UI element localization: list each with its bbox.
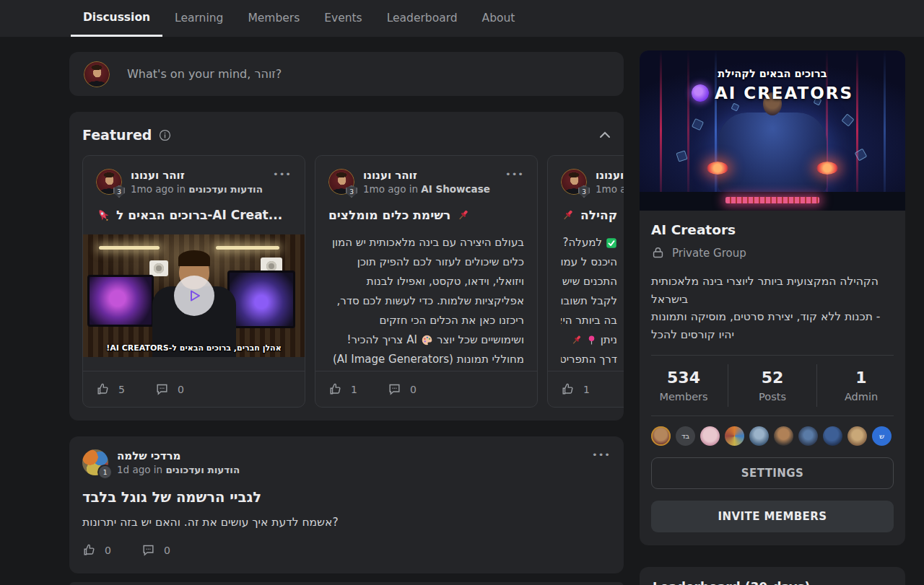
presenter-hair xyxy=(178,250,210,266)
like-count: 0 xyxy=(105,545,111,556)
member-avatar[interactable] xyxy=(700,426,720,446)
post-body: אשמח לדעת איך עושים את זה. והאם יש בזה י… xyxy=(82,516,611,529)
like-button[interactable]: 5 xyxy=(96,382,125,396)
stat-members: 534 Members xyxy=(640,364,728,407)
tab-learning[interactable]: Learning xyxy=(162,0,235,37)
tab-discussion[interactable]: Discussion xyxy=(71,0,162,37)
featured-cards-row: 3 זוהר וענונו 1mo ago in הודעות ועדכונים… xyxy=(82,155,624,408)
cover-group-name: AI CREATORS xyxy=(715,84,853,102)
group-card: ברוכים הבאים לקהילת AI CREATORS AI Creat… xyxy=(640,50,905,545)
pushpin-emoji xyxy=(570,334,583,346)
member-avatar[interactable] xyxy=(798,426,818,446)
video-caption: אהלן חברים, ברוכים הבאים ל-AI CREATORS! xyxy=(83,343,305,353)
author-avatar: 3 xyxy=(328,169,354,195)
post-body: בעולם היצירה עם בינה מלאכותית יש המון כל… xyxy=(328,233,524,369)
video-thumbnail[interactable]: אהלן חברים, ברוכים הבאים ל-AI CREATORS! xyxy=(83,234,305,357)
group-name: AI Creators xyxy=(651,222,894,237)
post-meta: 1d ago in הודעות ועדכונים xyxy=(117,463,240,476)
like-button[interactable]: 1 xyxy=(561,382,590,396)
member-avatar[interactable] xyxy=(749,426,769,446)
led-light xyxy=(216,246,279,250)
comment-button[interactable]: 0 xyxy=(155,382,184,396)
category-link: הודעות ועדכונים xyxy=(188,183,263,195)
tab-about[interactable]: About xyxy=(470,0,528,37)
featured-card-welcome[interactable]: 3 זוהר וענונו 1mo ago in הודעות ועדכונים… xyxy=(82,155,305,408)
author-name: מרדכי שלמה xyxy=(117,449,240,463)
info-icon[interactable] xyxy=(159,129,171,141)
tab-events[interactable]: Events xyxy=(312,0,374,37)
level-badge: 1 xyxy=(99,466,111,478)
check-box-emoji xyxy=(606,237,617,249)
author-name: זוהר וענונו xyxy=(363,169,490,182)
cover-welcome-text: ברוכים הבאים לקהילת xyxy=(640,68,905,79)
member-avatars-row: בד ש xyxy=(640,416,905,446)
featured-card-tools[interactable]: 3 זוהר וענונו 1mo ago in AI Showcase רשי… xyxy=(315,155,538,408)
chevron-up-icon[interactable] xyxy=(599,131,611,138)
invite-members-button[interactable]: INVITE MEMBERS xyxy=(651,501,894,532)
member-avatar[interactable] xyxy=(774,426,793,446)
more-options-icon[interactable] xyxy=(505,169,524,180)
like-count: 1 xyxy=(351,384,357,395)
like-button[interactable]: 0 xyxy=(82,543,111,557)
post-body: למעלה? היכנס ל עמוד התכנים שיש לקבל תשוב… xyxy=(561,233,617,369)
post-meta: 1mo ago in xyxy=(596,182,624,195)
category-link: הודעות ועדכונים xyxy=(165,464,240,475)
comment-button[interactable]: 0 xyxy=(388,382,417,396)
level-badge: 3 xyxy=(113,185,125,198)
author-avatar: 1 xyxy=(82,449,108,475)
post-title: קהילה xyxy=(580,208,617,222)
tab-members[interactable]: Members xyxy=(235,0,312,37)
comment-count: 0 xyxy=(164,545,170,556)
member-avatar[interactable] xyxy=(847,426,867,446)
next-post-card-edge xyxy=(69,582,624,585)
more-options-icon[interactable] xyxy=(592,449,611,460)
play-button[interactable] xyxy=(174,276,214,316)
lock-icon xyxy=(651,246,665,260)
featured-section: Featured 3 זוהר וענונו 1mo ago in הודעות… xyxy=(69,112,624,421)
like-button[interactable]: 1 xyxy=(328,382,357,396)
glowing-keyboard xyxy=(725,197,819,203)
tab-leaderboard[interactable]: Leaderboard xyxy=(375,0,470,37)
post-title: רשימת כלים מומלצים xyxy=(328,208,450,222)
author-avatar: 3 xyxy=(561,169,587,195)
like-count: 5 xyxy=(118,384,125,395)
post-meta: 1mo ago in AI Showcase xyxy=(363,182,490,195)
round-pushpin-emoji xyxy=(586,335,597,346)
group-cover-image: ברוכים הבאים לקהילת AI CREATORS xyxy=(640,50,905,211)
like-count: 1 xyxy=(583,384,590,395)
monitor-screen xyxy=(227,270,295,328)
member-avatar[interactable] xyxy=(725,426,744,446)
featured-card-community[interactable]: 3 זוהר וענונו 1mo ago in קהילה למעלה? xyxy=(547,155,624,408)
brain-logo-icon xyxy=(692,84,709,102)
author-avatar: 3 xyxy=(96,169,122,195)
stat-admins: 1 Admin xyxy=(816,364,905,407)
group-stats: 534 Members 52 Posts 1 Admin xyxy=(640,356,905,415)
current-user-avatar xyxy=(84,61,110,87)
speaker xyxy=(149,260,168,276)
comment-button[interactable]: 0 xyxy=(141,543,170,557)
more-options-icon[interactable] xyxy=(273,169,292,180)
member-avatar[interactable]: בד xyxy=(676,426,695,446)
member-avatar[interactable] xyxy=(651,426,671,446)
post-title: ברוכים הבאים ל-AI Creat... xyxy=(116,208,282,222)
main-column: What's on your mind, זוהר? Featured 3 זו… xyxy=(69,52,624,585)
comment-count: 0 xyxy=(178,384,184,395)
level-badge: 3 xyxy=(578,185,590,198)
leaderboard-card: Leaderboard (30-days) xyxy=(640,567,905,585)
post-title: לגביי הרשמה של גוגל בלבד xyxy=(82,489,611,506)
led-light xyxy=(99,246,160,250)
post-google-signup[interactable]: 1 מרדכי שלמה 1d ago in הודעות ועדכונים ל… xyxy=(69,436,624,573)
author-name: זוהר וענונו xyxy=(131,169,263,182)
member-avatar[interactable]: ש xyxy=(872,426,892,446)
level-badge: 3 xyxy=(346,185,357,198)
comment-count: 0 xyxy=(410,384,417,395)
privacy-label: Private Group xyxy=(672,247,746,260)
monitor-screen xyxy=(87,275,154,327)
post-composer[interactable]: What's on your mind, זוהר? xyxy=(69,52,624,96)
member-avatar[interactable] xyxy=(823,426,842,446)
leaderboard-title: Leaderboard (30-days) xyxy=(653,580,892,585)
settings-button[interactable]: SETTINGS xyxy=(651,457,894,489)
top-nav: Discussion Learning Members Events Leade… xyxy=(0,0,924,37)
pushpin-emoji xyxy=(561,208,575,222)
rocket-emoji xyxy=(96,208,110,222)
